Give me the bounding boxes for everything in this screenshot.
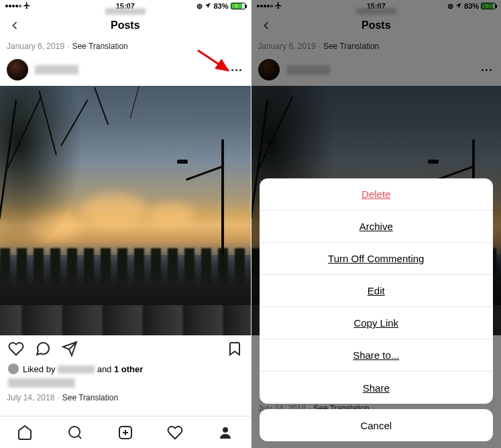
archive-option[interactable]: Archive — [260, 211, 494, 243]
post-author-row — [0, 54, 251, 86]
post-date-row: January 6, 2019 · See Translation — [0, 39, 251, 54]
caption-blur — [8, 378, 75, 388]
bookmark-button[interactable] — [227, 341, 243, 357]
username-blur — [105, 8, 146, 15]
new-post-tab[interactable] — [117, 425, 133, 441]
home-tab[interactable] — [17, 425, 33, 441]
comment-button[interactable] — [35, 341, 51, 357]
post-date: July 14, 2018 — [7, 393, 54, 402]
post-actions — [0, 335, 251, 362]
turn-off-commenting-option[interactable]: Turn Off Commenting — [260, 243, 494, 275]
search-tab[interactable] — [67, 425, 83, 441]
page-title: Posts — [111, 19, 140, 32]
airplane-icon — [23, 1, 31, 11]
edit-option[interactable]: Edit — [260, 275, 494, 307]
share-option[interactable]: Share — [260, 372, 494, 404]
svg-point-7 — [223, 427, 228, 433]
screen-left: 15:07 ⊚ 83% ⚡ Posts January 6, 2019 · Se… — [0, 0, 251, 448]
battery-icon: ⚡ — [231, 3, 245, 9]
svg-point-2 — [69, 427, 80, 437]
username-blur[interactable] — [35, 65, 78, 74]
share-button[interactable] — [62, 341, 78, 357]
avatar[interactable] — [7, 59, 28, 80]
more-options-button[interactable] — [229, 66, 244, 74]
liker-name-blur — [58, 366, 95, 374]
signal-dots-icon — [5, 5, 21, 7]
delete-option[interactable]: Delete — [260, 178, 494, 211]
cancel-button[interactable]: Cancel — [260, 409, 494, 441]
action-sheet: Delete Archive Turn Off Commenting Edit … — [260, 178, 494, 441]
location-icon — [205, 2, 211, 10]
orientation-lock-icon: ⊚ — [197, 2, 203, 11]
profile-tab[interactable] — [217, 425, 233, 441]
share-to-option[interactable]: Share to... — [260, 339, 494, 372]
svg-line-3 — [78, 435, 81, 438]
screen-right: 15:07 ⊚ 83% ⚡ Posts January 6, 2019 · Se… — [251, 0, 502, 448]
activity-tab[interactable] — [167, 425, 183, 441]
nav-header: Posts — [0, 12, 251, 39]
caption-row — [0, 376, 251, 390]
post-date: January 6, 2019 — [7, 42, 64, 51]
battery-percent: 83% — [213, 2, 228, 10]
post-image[interactable] — [0, 86, 251, 335]
see-translation-link[interactable]: See Translation — [72, 42, 127, 51]
others-count: 1 other — [114, 364, 143, 374]
back-button[interactable] — [7, 17, 23, 34]
like-button[interactable] — [8, 341, 24, 357]
see-translation-link[interactable]: See Translation — [62, 393, 118, 402]
likes-row[interactable]: Liked by and 1 other — [0, 362, 251, 376]
bottom-nav — [0, 416, 251, 448]
liker-avatar — [8, 363, 19, 374]
copy-link-option[interactable]: Copy Link — [260, 307, 494, 339]
post-date-row-bottom: July 14, 2018 · See Translation — [0, 390, 251, 405]
